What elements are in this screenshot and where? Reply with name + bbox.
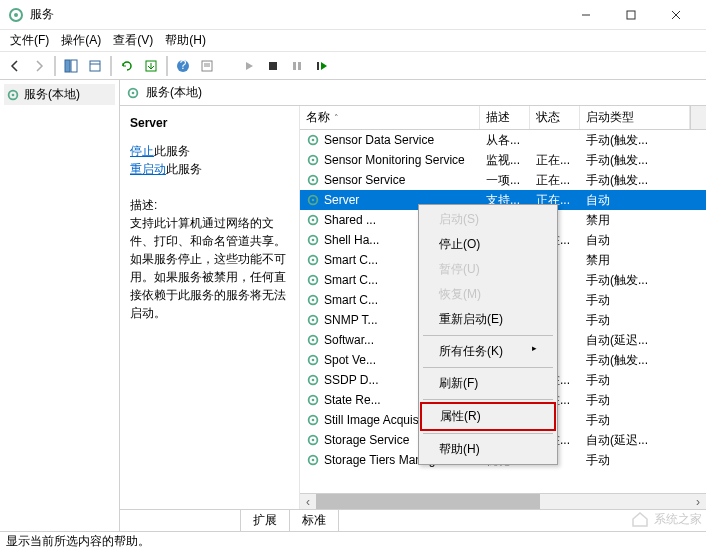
toolbar-separator — [110, 56, 112, 76]
description-label: 描述: — [130, 196, 289, 214]
watermark: 系统之家 — [630, 509, 702, 529]
cm-properties[interactable]: 属性(R) — [420, 402, 556, 431]
gear-icon — [6, 88, 20, 102]
close-button[interactable] — [653, 0, 698, 29]
service-row[interactable]: Sensor Service一项...正在...手动(触发... — [300, 170, 706, 190]
cm-help[interactable]: 帮助(H) — [421, 437, 555, 462]
forward-button[interactable] — [28, 55, 50, 77]
svg-point-57 — [312, 459, 315, 462]
svg-point-25 — [312, 139, 315, 142]
column-status[interactable]: 状态 — [530, 106, 580, 129]
cm-start[interactable]: 启动(S) — [421, 207, 555, 232]
maximize-button[interactable] — [608, 0, 653, 29]
cell-startup: 自动(延迟... — [580, 431, 706, 450]
export-list-button[interactable] — [140, 55, 162, 77]
svg-rect-16 — [269, 62, 277, 70]
cm-separator — [423, 367, 553, 368]
tree-pane: 服务(本地) — [0, 80, 120, 531]
cell-desc: 从各... — [480, 131, 530, 150]
pause-service-button[interactable] — [286, 55, 308, 77]
tree-item-services-local[interactable]: 服务(本地) — [4, 84, 115, 105]
gear-icon — [126, 86, 140, 100]
svg-point-21 — [12, 93, 15, 96]
svg-rect-18 — [298, 62, 301, 70]
svg-point-53 — [312, 419, 315, 422]
toolbar-separator — [166, 56, 168, 76]
cell-startup: 手动(触发... — [580, 151, 706, 170]
cm-stop[interactable]: 停止(O) — [421, 232, 555, 257]
column-name[interactable]: 名称˄ — [300, 106, 480, 129]
back-button[interactable] — [4, 55, 26, 77]
cell-startup: 手动 — [580, 291, 706, 310]
cell-startup: 手动(触发... — [580, 351, 706, 370]
help-button[interactable]: ? — [172, 55, 194, 77]
window-title: 服务 — [30, 6, 563, 23]
svg-point-23 — [132, 91, 135, 94]
svg-point-35 — [312, 239, 315, 242]
export-button[interactable] — [84, 55, 106, 77]
horizontal-scrollbar[interactable]: ‹ › — [300, 493, 706, 509]
cell-name: Sensor Data Service — [300, 132, 480, 148]
cm-resume[interactable]: 恢复(M) — [421, 282, 555, 307]
refresh-button[interactable] — [116, 55, 138, 77]
main-area: 服务(本地) 服务(本地) Server 停止此服务 重启动此服务 描述: 支持… — [0, 80, 706, 531]
cm-separator — [423, 335, 553, 336]
cell-status — [530, 139, 580, 141]
svg-rect-6 — [65, 60, 70, 72]
cell-startup: 手动 — [580, 451, 706, 470]
cell-startup: 手动(触发... — [580, 131, 706, 150]
restart-service-button[interactable] — [310, 55, 332, 77]
watermark-icon — [630, 509, 650, 529]
menu-help[interactable]: 帮助(H) — [159, 30, 212, 51]
cm-pause[interactable]: 暂停(U) — [421, 257, 555, 282]
svg-point-47 — [312, 359, 315, 362]
detail-pane: Server 停止此服务 重启动此服务 描述: 支持此计算机通过网络的文件、打印… — [120, 106, 300, 509]
start-service-button[interactable] — [238, 55, 260, 77]
column-description[interactable]: 描述 — [480, 106, 530, 129]
stop-service-button[interactable] — [262, 55, 284, 77]
cm-all-tasks[interactable]: 所有任务(K) — [421, 339, 555, 364]
service-row[interactable]: Sensor Data Service从各...手动(触发... — [300, 130, 706, 150]
menu-view[interactable]: 查看(V) — [107, 30, 159, 51]
cell-startup: 自动 — [580, 231, 706, 250]
svg-point-37 — [312, 259, 315, 262]
service-row[interactable]: Sensor Monitoring Service监视...正在...手动(触发… — [300, 150, 706, 170]
cell-startup: 手动(触发... — [580, 171, 706, 190]
cell-name: Sensor Monitoring Service — [300, 152, 480, 168]
menu-action[interactable]: 操作(A) — [55, 30, 107, 51]
cell-status: 正在... — [530, 171, 580, 190]
svg-point-29 — [312, 179, 315, 182]
scroll-left-icon[interactable]: ‹ — [300, 494, 316, 510]
tab-standard[interactable]: 标准 — [289, 509, 339, 531]
restart-service-link[interactable]: 重启动 — [130, 162, 166, 176]
title-bar: 服务 — [0, 0, 706, 30]
vertical-scrollbar[interactable] — [690, 106, 706, 129]
cell-startup: 手动 — [580, 371, 706, 390]
cell-startup: 手动 — [580, 311, 706, 330]
svg-point-55 — [312, 439, 315, 442]
scroll-thumb[interactable] — [316, 494, 540, 510]
svg-point-39 — [312, 279, 315, 282]
column-startup-type[interactable]: 启动类型 — [580, 106, 690, 129]
status-bar: 显示当前所选内容的帮助。 — [0, 531, 706, 551]
toolbar-spacer — [220, 55, 236, 77]
cm-separator — [423, 433, 553, 434]
context-menu: 启动(S) 停止(O) 暂停(U) 恢复(M) 重新启动(E) 所有任务(K) … — [418, 204, 558, 465]
scroll-track[interactable] — [316, 494, 690, 510]
svg-point-51 — [312, 399, 315, 402]
svg-rect-3 — [627, 11, 635, 19]
menu-file[interactable]: 文件(F) — [4, 30, 55, 51]
svg-point-31 — [312, 199, 315, 202]
properties-button[interactable] — [196, 55, 218, 77]
svg-text:?: ? — [180, 59, 187, 72]
cm-restart[interactable]: 重新启动(E) — [421, 307, 555, 332]
tab-extended[interactable]: 扩展 — [240, 509, 290, 531]
cm-refresh[interactable]: 刷新(F) — [421, 371, 555, 396]
status-text: 显示当前所选内容的帮助。 — [6, 533, 150, 550]
stop-service-link[interactable]: 停止 — [130, 144, 154, 158]
minimize-button[interactable] — [563, 0, 608, 29]
svg-point-45 — [312, 339, 315, 342]
scroll-right-icon[interactable]: › — [690, 494, 706, 510]
show-hide-tree-button[interactable] — [60, 55, 82, 77]
cm-separator — [423, 399, 553, 400]
